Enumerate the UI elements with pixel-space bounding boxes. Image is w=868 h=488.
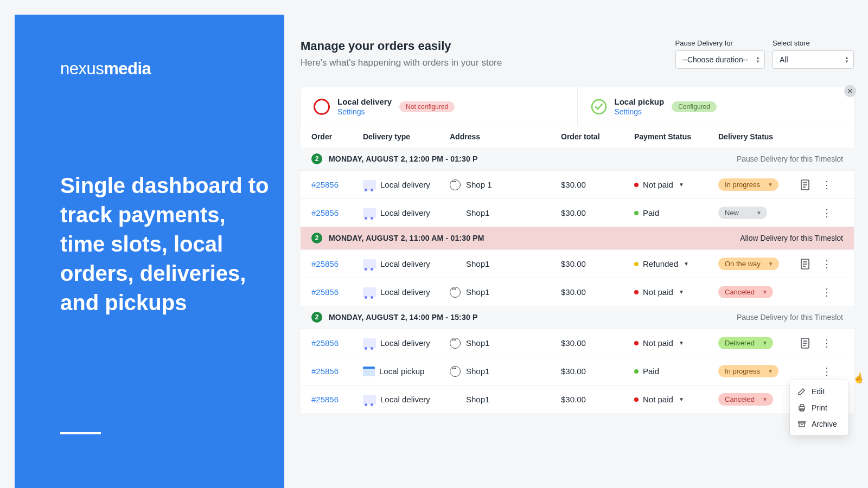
action-archive[interactable]: Archive xyxy=(792,416,846,432)
order-total: $30.00 xyxy=(561,259,634,268)
row-actions-menu[interactable]: ⋮ xyxy=(816,337,838,349)
table-row: #25856Local deliveryShop1$30.00Not paid … xyxy=(301,329,854,357)
address-cell: Shop1 xyxy=(450,395,561,404)
payment-status-select[interactable]: Not paid ▼ xyxy=(634,287,718,297)
payment-status-select[interactable]: Refunded ▼ xyxy=(634,259,718,268)
chevron-updown-icon: ▲▼ xyxy=(845,56,849,63)
order-total: $30.00 xyxy=(561,208,634,217)
col-delivery-status: Delivery Status xyxy=(718,132,843,141)
order-link[interactable]: #25856 xyxy=(311,338,363,348)
address-cell: Shop1 xyxy=(450,208,561,217)
store-select-label: Select store xyxy=(773,39,854,47)
table-header-row: Order Delivery type Address Order total … xyxy=(301,126,854,147)
timeslot-pause-toggle[interactable]: Pause Delivery for this Timeslot xyxy=(737,155,843,163)
close-icon[interactable]: ✕ xyxy=(844,85,856,97)
document-icon[interactable] xyxy=(794,259,816,269)
group-count-badge: 2 xyxy=(311,312,322,323)
delivery-type-cell: Local pickup xyxy=(363,367,450,376)
order-link[interactable]: #25856 xyxy=(311,367,363,376)
row-actions-menu[interactable]: ⋮ xyxy=(816,258,838,270)
status-badge: Configured xyxy=(672,101,717,112)
chat-icon[interactable] xyxy=(450,179,461,190)
timeslot-pause-toggle[interactable]: Allow Delivery for this Timeslot xyxy=(740,234,843,242)
address-cell: Shop1 xyxy=(450,366,561,377)
chevron-down-icon: ▼ xyxy=(679,182,684,188)
chevron-down-icon: ▼ xyxy=(762,289,768,295)
order-link[interactable]: #25856 xyxy=(311,180,363,189)
row-actions-menu[interactable]: ⋮ xyxy=(816,207,838,219)
order-link[interactable]: #25856 xyxy=(311,259,363,268)
pickup-config-title: Local pickup xyxy=(615,97,665,106)
delivery-type-cell: Local delivery xyxy=(363,180,450,190)
document-icon[interactable] xyxy=(794,338,816,349)
cursor-icon: ☝ xyxy=(852,371,865,384)
col-order: Order xyxy=(311,132,363,141)
address-cell: Shop 1 xyxy=(450,179,561,190)
group-count-badge: 2 xyxy=(311,153,322,164)
marketing-headline: Single dashboard to track payments, time… xyxy=(60,171,272,317)
timeslot-pause-toggle[interactable]: Pause Delivery for this Timeslot xyxy=(737,313,843,322)
delivery-status-select[interactable]: Delivered▼ xyxy=(718,337,773,349)
pickup-settings-link[interactable]: Settings xyxy=(615,107,665,116)
order-link[interactable]: #25856 xyxy=(311,208,363,217)
table-row: #25856Local deliveryShop 1$30.00Not paid… xyxy=(301,170,854,198)
chat-icon[interactable] xyxy=(450,287,461,298)
chevron-down-icon: ▼ xyxy=(762,396,768,402)
config-status-bar: ✕ Local delivery Settings Not configured… xyxy=(301,87,854,126)
timeslot-group-header: 2MONDAY, AUGUST 2, 12:00 PM - 01:30 PPau… xyxy=(301,147,854,170)
table-row: #25856Local deliveryShop1$30.00Not paid … xyxy=(301,278,854,306)
unconfigured-icon xyxy=(314,99,330,115)
timeslot-group-header: 2MONDAY, AUGUST 2, 11:00 AM - 01:30 PMAl… xyxy=(301,227,854,249)
delivery-status-select[interactable]: In progress▼ xyxy=(718,365,778,377)
order-link[interactable]: #25856 xyxy=(311,395,363,404)
status-dot-icon xyxy=(634,262,639,266)
chevron-down-icon: ▼ xyxy=(679,340,684,346)
group-count-badge: 2 xyxy=(311,233,322,243)
truck-icon xyxy=(363,287,376,297)
page-header: Manage your orders easily Here's what's … xyxy=(301,39,854,69)
status-dot-icon xyxy=(634,211,639,215)
pause-duration-select[interactable]: --Choose duration-- ▲▼ xyxy=(675,50,765,69)
action-edit[interactable]: Edit xyxy=(792,383,846,400)
document-icon[interactable] xyxy=(794,179,816,190)
store-select-value: All xyxy=(780,55,788,64)
chevron-down-icon: ▼ xyxy=(768,261,774,267)
group-timeslot-label: MONDAY, AUGUST 2, 12:00 PM - 01:30 P xyxy=(329,155,478,163)
payment-status-select[interactable]: Not paid ▼ xyxy=(634,338,718,348)
truck-icon xyxy=(363,180,376,190)
status-dot-icon xyxy=(634,369,639,374)
marketing-panel: nexusmedia Single dashboard to track pay… xyxy=(15,15,284,488)
page-title: Manage your orders easily xyxy=(301,39,675,53)
delivery-status-select[interactable]: Canceled▼ xyxy=(718,393,773,406)
col-order-total: Order total xyxy=(561,132,634,141)
delivery-type-cell: Local delivery xyxy=(363,287,450,297)
delivery-type-cell: Local delivery xyxy=(363,259,450,269)
payment-status-select[interactable]: Not paid ▼ xyxy=(634,180,718,189)
address-cell: Shop1 xyxy=(450,287,561,298)
local-pickup-config: Local pickup Settings Configured xyxy=(577,87,854,126)
truck-icon xyxy=(363,338,376,348)
timeslot-group-header: 2MONDAY, AUGUST 2, 14:00 PM - 15:30 PPau… xyxy=(301,306,854,329)
status-dot-icon xyxy=(634,341,639,345)
row-actions-menu[interactable]: ⋮ xyxy=(816,286,838,298)
table-row: #25856Local deliveryShop1$30.00Paid New▼… xyxy=(301,198,854,227)
delivery-status-select[interactable]: On the way▼ xyxy=(718,258,779,270)
order-link[interactable]: #25856 xyxy=(311,287,363,297)
delivery-status-select[interactable]: In progress▼ xyxy=(718,178,778,191)
row-actions-menu[interactable]: ⋮ xyxy=(816,365,838,377)
delivery-status-select[interactable]: Canceled▼ xyxy=(718,286,773,298)
action-print[interactable]: Print xyxy=(792,400,846,416)
payment-status-select[interactable]: Not paid ▼ xyxy=(634,395,718,404)
delivery-status-select[interactable]: New▼ xyxy=(718,207,767,219)
row-actions-menu[interactable]: ⋮ xyxy=(816,179,838,191)
chat-icon[interactable] xyxy=(450,366,461,377)
pause-select-value: --Choose duration-- xyxy=(682,55,748,64)
chevron-down-icon: ▼ xyxy=(756,210,762,216)
delivery-settings-link[interactable]: Settings xyxy=(337,107,392,116)
chevron-down-icon: ▼ xyxy=(768,368,773,374)
status-dot-icon xyxy=(634,397,639,402)
store-select[interactable]: All ▲▼ xyxy=(773,50,854,69)
table-row: #25856Local deliveryShop1$30.00Not paid … xyxy=(301,385,854,413)
status-dot-icon xyxy=(634,183,639,187)
chat-icon[interactable] xyxy=(450,338,461,349)
